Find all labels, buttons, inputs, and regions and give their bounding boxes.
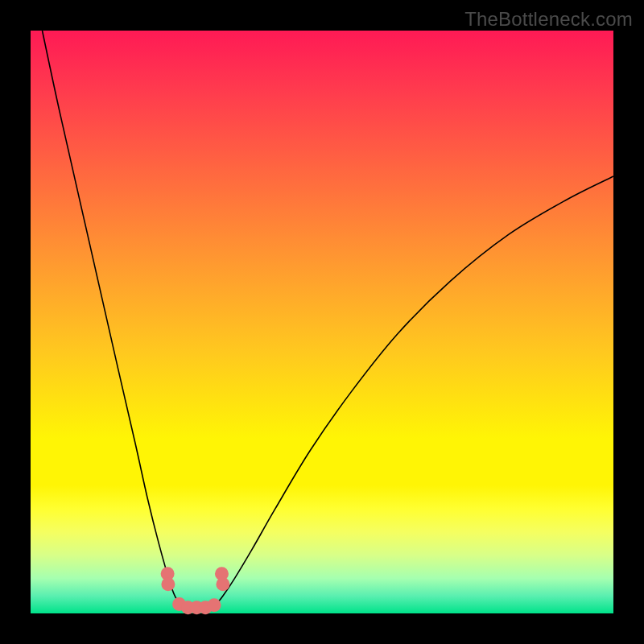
curve-marker <box>208 598 221 612</box>
curve-marker <box>215 567 229 580</box>
watermark-text: TheBottleneck.com <box>464 8 633 31</box>
plot-area <box>31 31 613 613</box>
curve-marker <box>161 577 175 591</box>
curve-markers <box>161 567 230 614</box>
bottleneck-curve <box>42 31 613 609</box>
curve-layer <box>31 31 613 613</box>
chart-frame: TheBottleneck.com <box>0 0 644 644</box>
